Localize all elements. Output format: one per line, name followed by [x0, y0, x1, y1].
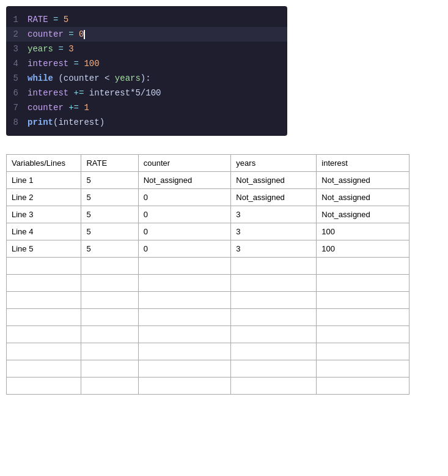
code-token: ): — [141, 73, 151, 83]
table-cell: 0 — [138, 223, 231, 240]
table-cell: 5 — [81, 206, 138, 223]
line-code: years = 3 — [28, 42, 74, 56]
line-number: 5 — [6, 72, 28, 85]
table-cell: 5 — [81, 172, 138, 189]
table-cell: 0 — [138, 206, 231, 223]
code-token: interest*5/100 — [89, 88, 161, 98]
line-code: print(interest) — [28, 116, 105, 129]
table-cell — [231, 326, 317, 343]
code-token: = — [48, 15, 64, 24]
code-token: interest — [28, 59, 68, 69]
table-cell — [231, 377, 317, 395]
table-row — [7, 275, 409, 292]
table-cell: Line 4 — [7, 223, 81, 240]
code-line-5: 5while (counter < years): — [6, 71, 287, 86]
table-cell — [138, 377, 231, 395]
table-header-interest: interest — [317, 155, 409, 172]
code-token: print — [28, 117, 53, 127]
table-cell: 100 — [317, 240, 409, 258]
text-cursor — [84, 30, 85, 39]
table-cell: 100 — [317, 223, 409, 240]
table-cell — [81, 377, 138, 395]
table-cell — [317, 360, 409, 377]
code-block: 1RATE = 52counter = 03years = 34interest… — [6, 6, 287, 136]
table-cell — [138, 326, 231, 343]
table-cell — [317, 258, 409, 275]
table-cell — [138, 360, 231, 377]
line-number: 6 — [6, 86, 28, 100]
table-cell — [81, 343, 138, 360]
table-cell — [231, 343, 317, 360]
table-cell: 3 — [231, 223, 317, 240]
table-cell: 0 — [138, 189, 231, 206]
table-cell: Line 2 — [7, 189, 81, 206]
table-cell: 5 — [81, 189, 138, 206]
code-line-8: 8print(interest) — [6, 115, 287, 130]
line-code: interest = 100 — [28, 57, 100, 70]
table-row: Line 15Not_assignedNot_assignedNot_assig… — [7, 172, 409, 189]
line-code: while (counter < years): — [28, 72, 151, 85]
table-cell — [81, 292, 138, 309]
code-token: RATE — [28, 15, 48, 24]
line-number: 8 — [6, 116, 28, 129]
code-token: = — [53, 44, 68, 54]
table-cell: Line 3 — [7, 206, 81, 223]
table-header-years: years — [231, 155, 317, 172]
line-code: counter = 0 — [28, 28, 85, 41]
code-token: while — [28, 73, 53, 83]
code-token: += — [64, 103, 84, 113]
table-cell — [81, 258, 138, 275]
code-token: 3 — [68, 44, 73, 54]
table-cell — [138, 258, 231, 275]
table-cell — [317, 275, 409, 292]
line-number: 4 — [6, 57, 28, 70]
table-cell: Not_assigned — [138, 172, 231, 189]
table-cell — [317, 377, 409, 395]
table-row — [7, 309, 409, 326]
table-cell — [231, 292, 317, 309]
table-cell — [317, 326, 409, 343]
table-cell — [138, 292, 231, 309]
code-token: 1 — [84, 103, 89, 113]
table-cell — [81, 360, 138, 377]
table-cell — [7, 258, 81, 275]
table-cell: Line 5 — [7, 240, 81, 258]
table-cell — [7, 360, 81, 377]
table-cell — [138, 343, 231, 360]
table-cell: 5 — [81, 240, 138, 258]
code-line-2: 2counter = 0 — [6, 27, 287, 42]
table-header-variables-lines: Variables/Lines — [7, 155, 81, 172]
line-code: counter += 1 — [28, 101, 89, 114]
table-cell: 5 — [81, 223, 138, 240]
code-token: += — [68, 88, 89, 98]
table-cell — [7, 309, 81, 326]
table-cell: Not_assigned — [231, 172, 317, 189]
table-cell — [7, 326, 81, 343]
table-cell — [81, 309, 138, 326]
code-token: (interest) — [53, 117, 105, 127]
table-cell — [81, 326, 138, 343]
table-row — [7, 326, 409, 343]
table-cell — [231, 258, 317, 275]
table-row: Line 5503100 — [7, 240, 409, 258]
line-number: 7 — [6, 101, 28, 114]
table-cell — [317, 292, 409, 309]
line-code: interest += interest*5/100 — [28, 86, 161, 100]
table-cell — [231, 360, 317, 377]
line-number: 1 — [6, 13, 28, 26]
table-row — [7, 343, 409, 360]
code-token: years — [28, 44, 53, 54]
code-token: = — [64, 29, 79, 39]
table-row: Line 4503100 — [7, 223, 409, 240]
table-row — [7, 377, 409, 395]
line-number: 2 — [6, 28, 28, 41]
table-cell — [7, 275, 81, 292]
table-cell — [138, 275, 231, 292]
code-token: 0 — [79, 29, 84, 39]
table-header-counter: counter — [138, 155, 231, 172]
table-cell — [7, 292, 81, 309]
line-number: 3 — [6, 42, 28, 56]
code-token: 5 — [64, 15, 68, 24]
code-line-7: 7 counter += 1 — [6, 100, 287, 115]
table-cell: Not_assigned — [317, 206, 409, 223]
